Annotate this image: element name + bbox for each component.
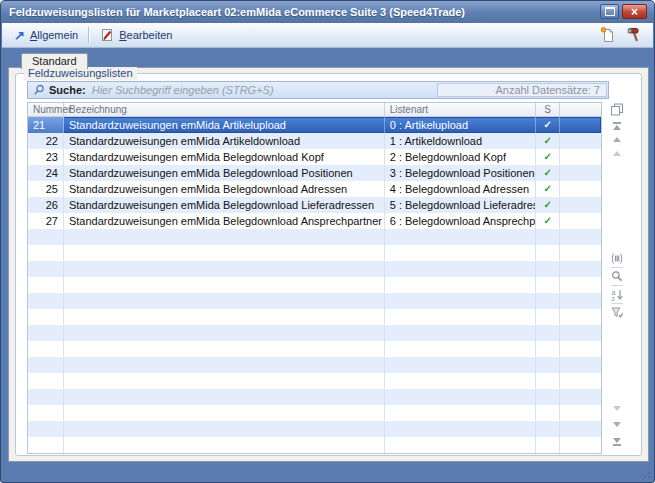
cell-empty xyxy=(560,405,601,421)
scroll-to-bottom-icon[interactable] xyxy=(613,438,621,447)
cell-listenart xyxy=(385,341,536,357)
cell-empty xyxy=(560,165,601,181)
cell-status-check xyxy=(536,293,560,309)
cell-status-check xyxy=(536,389,560,405)
search-bar: Suche: Anzahl Datensätze: 7 xyxy=(27,81,609,99)
cell-empty xyxy=(560,325,601,341)
column-header-nummer[interactable]: Nummer xyxy=(28,103,64,116)
column-header-listenart[interactable]: Listenart xyxy=(385,103,536,116)
title-bar[interactable]: Feldzuweisungslisten für Marketplaceart … xyxy=(1,1,654,23)
cell-empty xyxy=(560,309,601,325)
table-empty-row xyxy=(28,245,601,261)
cell-status-check xyxy=(536,405,560,421)
allgemein-label: Allgemein xyxy=(30,29,78,41)
tab-page-panel: Feldzuweisungslisten Suche: Anzahl Daten… xyxy=(8,67,649,462)
scroll-up-icon[interactable] xyxy=(613,151,621,156)
cell-nummer: 21 xyxy=(28,117,64,133)
cell-nummer xyxy=(28,261,64,277)
table-empty-row xyxy=(28,437,601,453)
resize-grip[interactable] xyxy=(641,469,651,479)
column-header-s[interactable]: S xyxy=(536,103,560,116)
scroll-down-icon[interactable] xyxy=(613,406,621,411)
cell-status-check xyxy=(536,277,560,293)
cell-listenart xyxy=(385,389,536,405)
filter-icon[interactable] xyxy=(611,306,624,319)
table-row[interactable]: 25 Standardzuweisungen emMida Belegdownl… xyxy=(28,181,601,197)
cell-nummer: 25 xyxy=(28,181,64,197)
table-row[interactable]: 27 Standardzuweisungen emMida Belegdownl… xyxy=(28,213,601,229)
cell-listenart: 6 : Belegdownload Ansprechpartner xyxy=(385,213,536,229)
table-empty-row xyxy=(28,453,601,454)
search-input[interactable] xyxy=(92,83,437,97)
cell-nummer xyxy=(28,357,64,373)
copy-rows-icon[interactable] xyxy=(610,103,624,116)
cell-empty xyxy=(560,149,601,165)
scroll-page-up-icon[interactable] xyxy=(613,137,621,142)
table-row[interactable]: 22 Standardzuweisungen emMida Artikeldow… xyxy=(28,133,601,149)
cell-empty xyxy=(560,453,601,454)
tab-standard-label: Standard xyxy=(32,55,77,67)
cell-bezeichnung xyxy=(64,437,385,453)
cell-empty xyxy=(560,181,601,197)
cell-status-check: ✓ xyxy=(536,181,560,197)
table-empty-row xyxy=(28,293,601,309)
table-row[interactable]: 23 Standardzuweisungen emMida Belegdownl… xyxy=(28,149,601,165)
restore-icon xyxy=(605,7,615,16)
arrow-up-right-icon: ↗ xyxy=(14,30,25,41)
tab-standard[interactable]: Standard xyxy=(21,53,88,69)
cell-listenart: 0 : Artikelupload xyxy=(385,117,536,133)
cell-status-check: ✓ xyxy=(536,197,560,213)
cell-status-check: ✓ xyxy=(536,133,560,149)
sort-icon[interactable]: a z xyxy=(611,288,624,301)
table-row[interactable]: 26 Standardzuweisungen emMida Belegdownl… xyxy=(28,197,601,213)
cell-listenart xyxy=(385,453,536,454)
cell-nummer: 23 xyxy=(28,149,64,165)
cell-listenart xyxy=(385,373,536,389)
grid-side-toolbar: a z xyxy=(607,102,627,454)
column-chooser-icon[interactable] xyxy=(611,252,624,265)
cell-listenart: 4 : Belegdownload Adressen xyxy=(385,181,536,197)
window-frame-bottom xyxy=(1,460,654,482)
table-row[interactable]: 24 Standardzuweisungen emMida Belegdownl… xyxy=(28,165,601,181)
cell-empty xyxy=(560,341,601,357)
new-document-icon[interactable] xyxy=(600,27,615,43)
cell-listenart: 2 : Belegdownload Kopf xyxy=(385,149,536,165)
cell-empty xyxy=(560,357,601,373)
cell-nummer xyxy=(28,453,64,454)
tools-hammer-icon[interactable] xyxy=(627,27,641,43)
close-button[interactable]: × xyxy=(622,4,647,19)
table-empty-row xyxy=(28,405,601,421)
cell-status-check xyxy=(536,245,560,261)
table-row[interactable]: 21 Standardzuweisungen emMida Artikelupl… xyxy=(28,117,601,133)
search-label: Suche: xyxy=(49,84,86,96)
column-header-bezeichnung[interactable]: Bezeichnung xyxy=(64,103,385,116)
side-toolbar-separator xyxy=(611,267,623,268)
bearbeiten-menu-button[interactable]: Bearbeiten xyxy=(96,26,176,44)
cell-listenart xyxy=(385,309,536,325)
cell-bezeichnung xyxy=(64,293,385,309)
cell-listenart xyxy=(385,437,536,453)
scroll-to-top-icon[interactable] xyxy=(613,121,621,130)
table-empty-row xyxy=(28,389,601,405)
restore-button[interactable] xyxy=(600,4,619,19)
table-header-row: Nummer Bezeichnung Listenart S xyxy=(28,103,601,117)
cell-nummer xyxy=(28,277,64,293)
table-empty-row xyxy=(28,277,601,293)
table-empty-row xyxy=(28,325,601,341)
table-body: 21 Standardzuweisungen emMida Artikelupl… xyxy=(28,117,601,454)
allgemein-menu-button[interactable]: ↗ Allgemein xyxy=(10,27,82,43)
cell-empty xyxy=(560,133,601,149)
cell-listenart: 5 : Belegdownload Lieferadressen xyxy=(385,197,536,213)
find-panel-icon[interactable] xyxy=(611,270,624,283)
cell-listenart xyxy=(385,261,536,277)
cell-bezeichnung xyxy=(64,309,385,325)
table-empty-row xyxy=(28,229,601,245)
table-empty-row xyxy=(28,357,601,373)
toolbar-right-group xyxy=(600,27,645,43)
cell-empty xyxy=(560,261,601,277)
scroll-page-down-icon[interactable] xyxy=(613,422,621,427)
table-empty-row xyxy=(28,309,601,325)
cell-bezeichnung: Standardzuweisungen emMida Belegdownload… xyxy=(64,149,385,165)
table-empty-row xyxy=(28,373,601,389)
cell-status-check xyxy=(536,453,560,454)
